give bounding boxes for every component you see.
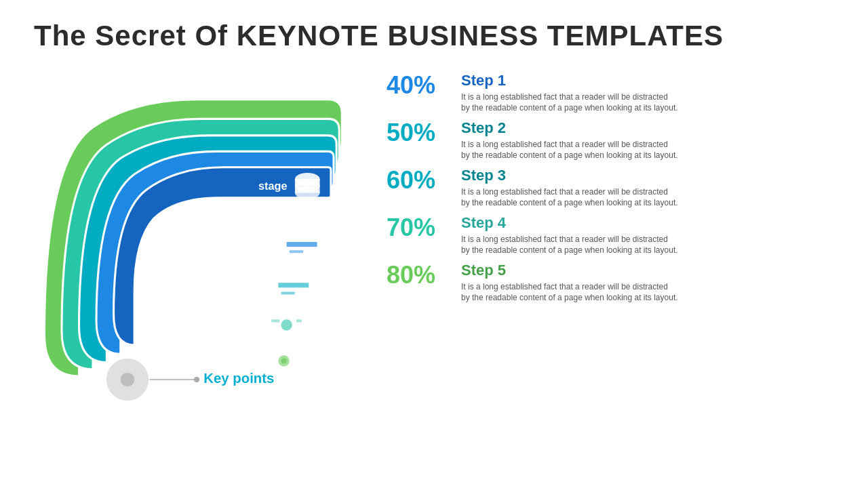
svg-point-24 (121, 373, 134, 386)
svg-text:Key points: Key points (203, 371, 274, 386)
page-title: The Secret Of KEYNOTE BUSINESS TEMPLATES (34, 20, 834, 52)
step-row-1: 40%Step 1It is a long established fact t… (387, 72, 834, 114)
step-info-1: Step 1It is a long established fact that… (448, 72, 834, 114)
svg-point-22 (281, 359, 286, 364)
svg-rect-9 (290, 250, 303, 253)
step-row-2: 50%Step 2It is a long established fact t… (387, 119, 834, 161)
svg-rect-13 (281, 292, 294, 295)
page: The Secret Of KEYNOTE BUSINESS TEMPLATES… (0, 0, 868, 488)
percentage-steps: 40%Step 1It is a long established fact t… (387, 72, 834, 309)
step-desc-2: It is a long established fact that a rea… (461, 139, 678, 162)
svg-rect-17 (271, 319, 279, 322)
steps-container: 40%Step 1It is a long established fact t… (359, 72, 834, 309)
step-desc-4: It is a long established fact that a rea… (461, 234, 678, 257)
step-title-4: Step 4 (461, 214, 834, 232)
step-percentage-1: 40% (387, 72, 448, 99)
step-title-3: Step 3 (461, 167, 834, 184)
step-title-2: Step 2 (461, 119, 834, 137)
step-row-5: 80%Step 5It is a long established fact t… (387, 262, 834, 304)
step-percentage-2: 50% (387, 119, 448, 146)
step-row-3: 60%Step 3It is a long established fact t… (387, 167, 834, 209)
svg-point-16 (281, 319, 292, 330)
step-percentage-3: 60% (387, 167, 448, 194)
svg-text:stage: stage (245, 279, 274, 291)
svg-text:stage: stage (258, 180, 288, 192)
svg-text:stage: stage (252, 238, 281, 250)
step-row-4: 70%Step 4It is a long established fact t… (387, 214, 834, 256)
step-percentage-5: 80% (387, 262, 448, 289)
step-desc-3: It is a long established fact that a rea… (461, 186, 678, 209)
step-info-5: Step 5It is a long established fact that… (448, 262, 834, 304)
step-info-3: Step 3It is a long established fact that… (448, 167, 834, 209)
step-percentage-4: 70% (387, 214, 448, 241)
svg-rect-12 (278, 283, 309, 287)
svg-text:stage: stage (236, 317, 265, 329)
step-desc-5: It is a long established fact that a rea… (461, 281, 678, 304)
step-desc-1: It is a long established fact that a rea… (461, 92, 678, 115)
svg-rect-5 (295, 186, 320, 193)
content-area: stage stage stage st (34, 72, 834, 411)
svg-point-26 (194, 377, 199, 382)
svg-rect-8 (287, 242, 317, 247)
step-title-1: Step 1 (461, 72, 834, 89)
funnel-container: stage stage stage st (34, 72, 359, 411)
step-title-5: Step 5 (461, 262, 834, 279)
svg-text:stage: stage (227, 354, 256, 366)
svg-rect-18 (296, 319, 302, 322)
step-info-2: Step 2It is a long established fact that… (448, 119, 834, 161)
svg-rect-3 (295, 179, 320, 186)
step-info-4: Step 4It is a long established fact that… (448, 214, 834, 256)
